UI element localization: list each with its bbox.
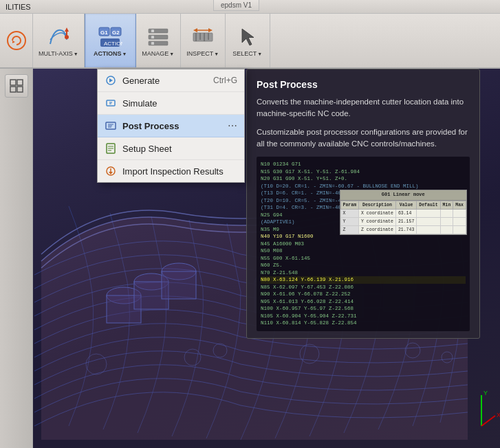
svg-marker-45 <box>208 28 213 32</box>
nc-line-15: N95 X-61.013 Y-66.028 Z-22.414 <box>261 298 466 306</box>
menu-item-simulate[interactable]: Simulate <box>98 92 244 115</box>
menu-item-importresults[interactable]: Import Inspection Results <box>98 160 244 182</box>
svg-rect-50 <box>17 87 23 92</box>
ribbon-section-select[interactable]: SELECT ▼ <box>226 14 270 67</box>
nc-line-17: N105 X-60.904 Y-65.904 Z-22.731 <box>261 313 466 320</box>
svg-line-20 <box>481 416 495 426</box>
menu-item-postprocess-arrow: ⋯ <box>228 120 237 131</box>
svg-marker-46 <box>193 28 197 32</box>
simulate-icon <box>105 97 117 109</box>
app-logo: epdsm V1 <box>213 0 259 11</box>
svg-text:G1: G1 <box>100 30 108 36</box>
ribbon-label-multiaxis: MULTI-AXIS ▼ <box>39 50 78 57</box>
menu-item-setupsheet-label: Setup Sheet <box>122 144 237 154</box>
svg-text:ACTIONS: ACTIONS <box>104 41 122 47</box>
nc-line-18: N110 X-60.814 Y-65.828 Z-22.854 <box>261 320 466 327</box>
svg-marker-26 <box>65 27 69 32</box>
info-panel: Post Process Converts the machine-indepe… <box>246 69 480 339</box>
ribbon-left-icon[interactable] <box>0 14 33 67</box>
ribbon-section-inspect[interactable]: INSPECT ▼ <box>181 14 226 67</box>
svg-rect-49 <box>10 87 16 92</box>
left-sidebar <box>0 69 33 448</box>
nc-line-3: N20 G31 G90 X-51. Y+51. Z+0. <box>261 175 466 183</box>
nc-line-11: N60 Z5. <box>261 262 466 269</box>
menu-item-generate-shortcut: Ctrl+G <box>213 76 237 85</box>
import-icon <box>105 165 117 177</box>
svg-text:G2: G2 <box>112 30 120 36</box>
nc-line-9: N50 M08 <box>261 247 466 255</box>
nc-line-14: N90 X-61.06 Y-66.078 Z-22.252 <box>261 291 466 298</box>
ribbon-toolbar: MULTI-AXIS ▼ G1 G2 ACTIONS ACTIONS ▼ <box>0 14 500 69</box>
svg-text:X: X <box>497 412 500 418</box>
left-sidebar-icon-1[interactable] <box>5 74 28 98</box>
menu-bar-item-ilities[interactable]: ILITIES <box>0 1 36 12</box>
nc-line-13: N85 X-62.097 Y-67.453 Z-22.086 <box>261 284 466 291</box>
svg-point-22 <box>8 32 25 49</box>
svg-marker-23 <box>12 41 15 43</box>
nc-line-8: N45 A16000 M03 <box>261 240 466 248</box>
menu-item-postprocess-label: Post Process <box>122 121 222 131</box>
info-panel-desc1: Converts the machine-independent cutter … <box>257 96 470 120</box>
ribbon-section-manage[interactable]: MANAGE ▼ <box>136 14 181 67</box>
menu-item-importresults-label: Import Inspection Results <box>122 166 237 177</box>
menu-item-setupsheet[interactable]: Setup Sheet <box>98 137 244 160</box>
nc-line-2: N15 G30 G17 X-51. Y-51. Z-61.984 <box>261 168 466 176</box>
nc-code-area: N10 01234 G71 N15 G30 G17 X-51. Y-51. Z-… <box>257 157 470 331</box>
nc-data-table: G01 Linear move Param Description Value … <box>340 190 467 235</box>
postprocess-icon <box>105 120 117 132</box>
info-panel-title: Post Process <box>257 79 470 90</box>
svg-marker-65 <box>109 172 113 175</box>
ribbon-label-manage: MANAGE ▼ <box>142 50 174 57</box>
svg-rect-48 <box>17 80 23 85</box>
nc-line-highlighted: N80 X-63.124 Y-66.139 X-21.916 <box>261 276 466 284</box>
actions-dropdown-menu: Generate Ctrl+G Simulate Post Process ⋯ <box>97 69 245 183</box>
menu-item-generate-label: Generate <box>122 76 208 86</box>
svg-rect-52 <box>107 100 115 106</box>
nc-line-16: N100 X-60.957 Y-65.97 Z-22.568 <box>261 305 466 313</box>
menu-item-postprocess[interactable]: Post Process ⋯ <box>98 115 244 137</box>
ribbon-label-inspect: INSPECT ▼ <box>186 50 219 57</box>
nc-line-1: N10 01234 G71 <box>261 161 466 168</box>
svg-rect-37 <box>151 36 154 38</box>
ribbon-section-multiaxis[interactable]: MULTI-AXIS ▼ <box>33 14 85 67</box>
ribbon-section-actions[interactable]: G1 G2 ACTIONS ACTIONS ▼ <box>85 14 136 67</box>
nc-line-comment-1: (T10 D=20. CR=1. - ZMIN=-60.67 - BULLNOS… <box>261 183 466 190</box>
svg-rect-47 <box>10 80 16 85</box>
svg-text:Y: Y <box>483 390 488 396</box>
svg-rect-38 <box>151 42 154 45</box>
nc-line-10: N55 G00 X-61.145 <box>261 255 466 262</box>
menu-item-simulate-label: Simulate <box>122 98 237 109</box>
ribbon-label-select: SELECT ▼ <box>232 50 262 57</box>
setupsheet-icon <box>105 142 117 155</box>
menu-item-generate[interactable]: Generate Ctrl+G <box>98 69 244 92</box>
info-panel-desc2: Customizable post processor configuratio… <box>257 126 470 150</box>
nc-line-12: N70 Z-21.548 <box>261 269 466 277</box>
generate-icon <box>105 74 117 87</box>
ribbon-label-actions: ACTIONS ▼ <box>94 50 127 57</box>
svg-rect-36 <box>151 30 154 32</box>
